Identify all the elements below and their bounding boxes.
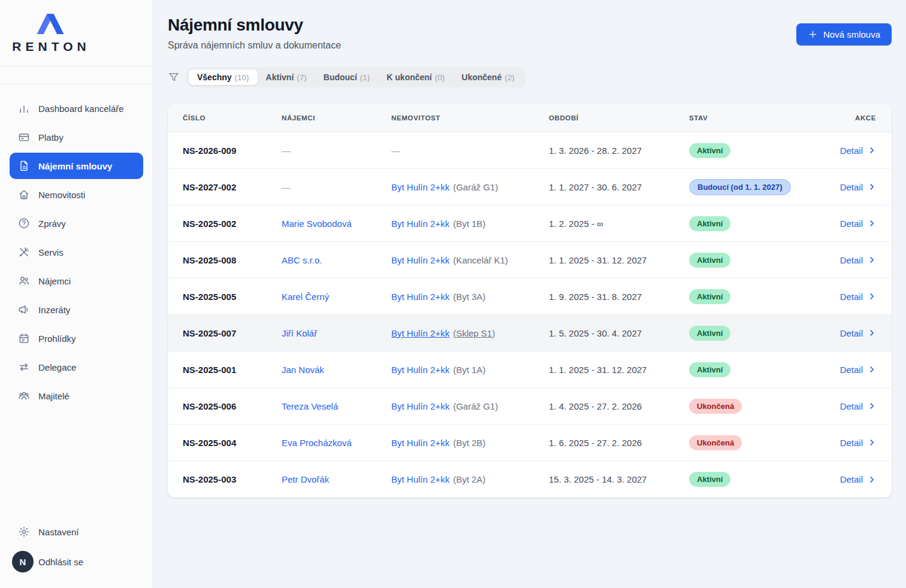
table-row[interactable]: NS-2025-006 Tereza Veselá Byt Hulín 2+kk…: [168, 388, 892, 425]
new-contract-button[interactable]: Nová smlouva: [796, 23, 892, 46]
tab-vsechny[interactable]: Všechny (10): [189, 69, 258, 85]
tab-aktivni[interactable]: Aktivní (7): [258, 69, 315, 85]
table-row[interactable]: NS-2025-005 Karel Černý Byt Hulín 2+kk(B…: [168, 278, 892, 315]
contract-number: NS-2025-001: [183, 365, 282, 375]
status-badge: Aktivní: [689, 216, 730, 231]
property-link[interactable]: Byt Hulín 2+kk: [391, 182, 449, 192]
status-badge: Aktivní: [689, 143, 730, 158]
status-cell: Aktivní: [689, 472, 810, 487]
column-header-akce: Akce: [810, 114, 876, 122]
sidebar-item-delegace[interactable]: Delegace: [10, 354, 143, 380]
brand-logo[interactable]: RENTON: [13, 13, 87, 54]
sidebar-item-platby[interactable]: Platby: [10, 124, 143, 150]
sidebar-item-najemci[interactable]: Nájemci: [10, 268, 143, 294]
status-tabs: Všechny (10) Aktivní (7) Budoucí (1) K u…: [186, 67, 526, 87]
brand-block: RENTON: [0, 0, 153, 66]
status-cell: Aktivní: [689, 326, 810, 341]
property-cell: Byt Hulín 2+kk(Kancelář K1): [391, 255, 549, 265]
period: 1. 9. 2025 - 31. 8. 2027: [549, 292, 689, 302]
tenant-link[interactable]: Tereza Veselá: [282, 401, 338, 411]
detail-link[interactable]: Detail: [840, 255, 876, 265]
chevron-right-icon: [868, 438, 876, 447]
table-row[interactable]: NS-2025-003 Petr Dvořák Byt Hulín 2+kk(B…: [168, 461, 892, 498]
property-unit: (Kancelář K1): [453, 255, 508, 265]
property-link[interactable]: Byt Hulín 2+kk: [391, 438, 449, 448]
tenant-link[interactable]: Jiří Kolář: [282, 328, 317, 338]
table-row[interactable]: NS-2027-002 — Byt Hulín 2+kk(Garáž G1) 1…: [168, 169, 892, 205]
property-link[interactable]: Byt Hulín 2+kk: [391, 474, 449, 484]
sidebar-item-nemovitosti[interactable]: Nemovitosti: [10, 181, 143, 208]
property-link[interactable]: Byt Hulín 2+kk: [391, 255, 449, 265]
detail-link[interactable]: Detail: [840, 474, 876, 484]
property-link[interactable]: Byt Hulín 2+kk: [391, 328, 449, 338]
renton-logo-icon: [32, 13, 68, 35]
sidebar-item-majitele[interactable]: Majitelé: [10, 383, 143, 409]
filter-funnel-icon[interactable]: [168, 71, 180, 83]
table-row[interactable]: NS-2025-007 Jiří Kolář Byt Hulín 2+kk(Sk…: [168, 315, 892, 351]
sidebar-item-label: Majitelé: [38, 391, 70, 401]
user-avatar: N: [12, 551, 34, 572]
property-cell: Byt Hulín 2+kk(Byt 1B): [391, 219, 549, 229]
table-row[interactable]: NS-2025-002 Marie Svobodová Byt Hulín 2+…: [168, 205, 892, 242]
tenant-cell: Eva Procházková: [282, 438, 391, 448]
table-row[interactable]: NS-2025-004 Eva Procházková Byt Hulín 2+…: [168, 425, 892, 461]
tenant-cell: Marie Svobodová: [282, 219, 391, 229]
action-cell: Detail: [810, 401, 876, 411]
property-link[interactable]: Byt Hulín 2+kk: [391, 292, 449, 302]
detail-link[interactable]: Detail: [840, 438, 876, 448]
tenant-link[interactable]: Petr Dvořák: [282, 474, 329, 484]
property-cell: Byt Hulín 2+kk(Garáž G1): [391, 401, 549, 411]
column-header-stav: Stav: [689, 114, 810, 122]
property-unit: (Byt 2B): [453, 438, 485, 448]
tenant-link[interactable]: Karel Černý: [282, 292, 329, 302]
empty-value: —: [391, 146, 400, 156]
calendar-icon: [18, 332, 30, 344]
sidebar-item-label: Prohlídky: [38, 334, 76, 344]
table-row[interactable]: NS-2025-001 Jan Novák Byt Hulín 2+kk(Byt…: [168, 351, 892, 388]
sidebar-item-nastaveni[interactable]: Nastavení: [10, 519, 143, 545]
property-cell: Byt Hulín 2+kk(Byt 2B): [391, 438, 549, 448]
tenant-cell: Karel Černý: [282, 292, 391, 302]
sidebar-item-zpravy[interactable]: Zprávy: [10, 210, 143, 237]
detail-link[interactable]: Detail: [840, 182, 876, 192]
tab-k-ukonceni[interactable]: K ukončení (0): [378, 69, 453, 85]
contracts-table: Číslo Nájemci Nemovitost Období Stav Akc…: [168, 104, 892, 498]
detail-link[interactable]: Detail: [840, 365, 876, 375]
tenant-link[interactable]: ABC s.r.o.: [282, 255, 322, 265]
action-cell: Detail: [810, 219, 876, 229]
property-link[interactable]: Byt Hulín 2+kk: [391, 365, 449, 375]
tab-budouci[interactable]: Budoucí (1): [315, 69, 379, 85]
sidebar-divider-strip: [0, 66, 153, 84]
property-link[interactable]: Byt Hulín 2+kk: [391, 401, 449, 411]
tenant-link[interactable]: Jan Novák: [282, 365, 324, 375]
property-cell: Byt Hulín 2+kk(Byt 2A): [391, 474, 549, 484]
detail-link[interactable]: Detail: [840, 219, 876, 229]
detail-link[interactable]: Detail: [840, 401, 876, 411]
sidebar-item-label: Nemovitosti: [38, 190, 85, 200]
tab-ukoncene[interactable]: Ukončené (2): [453, 69, 523, 85]
property-unit: (Byt 1A): [453, 365, 485, 375]
status-cell: Aktivní: [689, 362, 810, 377]
table-row[interactable]: NS-2025-008 ABC s.r.o. Byt Hulín 2+kk(Ka…: [168, 242, 892, 278]
sidebar-item-label: Dashboard kanceláře: [38, 104, 124, 114]
sidebar-item-inzeraty[interactable]: Inzeráty: [10, 296, 143, 323]
sidebar-footer: Nastavení N Odhlásit se: [0, 519, 153, 588]
main-content: Nájemní smlouvy Správa nájemních smluv a…: [153, 0, 906, 588]
property-link[interactable]: Byt Hulín 2+kk: [391, 219, 449, 229]
column-header-cislo: Číslo: [183, 114, 282, 122]
table-row[interactable]: NS-2026-009 — — 1. 3. 2026 - 28. 2. 2027…: [168, 132, 892, 169]
contract-number: NS-2027-002: [183, 182, 282, 192]
detail-link[interactable]: Detail: [840, 292, 876, 302]
property-unit: (Byt 2A): [453, 474, 485, 484]
sidebar-item-najemni-smlouvy[interactable]: Nájemní smlouvy: [10, 153, 143, 179]
bar-chart-icon: [18, 102, 30, 114]
tenant-link[interactable]: Marie Svobodová: [282, 219, 352, 229]
period: 1. 1. 2027 - 30. 6. 2027: [549, 182, 689, 192]
detail-link[interactable]: Detail: [840, 146, 876, 156]
detail-link[interactable]: Detail: [840, 328, 876, 338]
sidebar-item-prohlidky[interactable]: Prohlídky: [10, 325, 143, 351]
sidebar-item-logout[interactable]: N Odhlásit se: [10, 547, 143, 576]
sidebar-item-dashboard[interactable]: Dashboard kanceláře: [10, 95, 143, 122]
sidebar-item-servis[interactable]: Servis: [10, 239, 143, 265]
tenant-link[interactable]: Eva Procházková: [282, 438, 352, 448]
